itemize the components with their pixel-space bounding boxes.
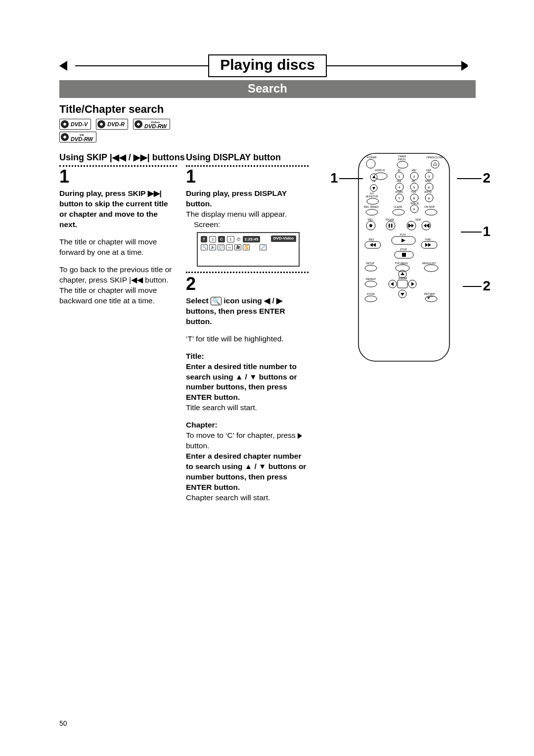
svg-text:REV: REV [369,238,374,241]
disc-icon [61,133,69,141]
col-display-method: Using DISPLAY button 1 During play, pres… [186,151,309,510]
osd-dvd-video-tag: DVD-Video [271,236,296,242]
osd-icon: 🎥 [234,244,241,250]
col-remote-diagram: 1 2 1 2 .lbl { font: 5.2px Arial; } .lbl… [317,151,476,510]
svg-text:DEF: DEF [426,169,431,172]
step1-text-a: The title or chapter will move forward b… [59,237,177,258]
svg-text:7: 7 [399,197,400,200]
remote-control-diagram: .lbl { font: 5.2px Arial; } .lblb { font… [347,151,461,364]
svg-text:SKIP: SKIP [415,218,421,221]
section-heading: Title/Chapter search [59,103,476,116]
svg-text:8: 8 [413,197,415,200]
page-number: 50 [59,719,67,727]
osd-icon: ㏄ [226,244,233,250]
svg-text:1: 1 [399,175,400,178]
step1-instruction: During play, press SKIP ▶▶| button to sk… [59,189,168,229]
banner-arrow-right [461,61,476,71]
section-title-bar: Search [59,80,476,98]
svg-text:DISPLAY: DISPLAY [375,169,386,172]
osd-screen-preview: DVD-Video T 1 C 1 ⏱ 1:23:45 🔍 🔊 💬 ㏄ 🎥 🔁 … [197,232,300,267]
svg-rect-84 [402,253,406,257]
right-arrow-icon [298,433,302,439]
osd-icon: 🔊 [209,244,216,250]
skip-prev-icon: |◀◀ [110,152,129,162]
osd-icon: 💬 [218,244,224,250]
svg-text:SPACE: SPACE [410,202,419,205]
chapter-instruction: Enter a desired chapter number to search… [186,452,306,491]
step-number: 1 [59,168,177,186]
chapter-title-banner: Playing discs [59,54,476,77]
svg-text:9: 9 [428,197,430,200]
s1-text: The display menu will appear. [186,209,309,220]
s1-instruction: During play, press DISPLAY button. [186,189,287,208]
svg-text:RETURN: RETURN [424,292,435,295]
step-number: 1 [186,168,309,186]
callout-1-right: 1 [483,225,490,238]
svg-text:ENTER: ENTER [399,277,407,280]
svg-text:FWD: FWD [425,238,431,241]
disc-type-badges-row2: VRDVD-RW [59,132,476,142]
svg-text:REC SPEED: REC SPEED [364,205,379,208]
svg-text:POWER: POWER [367,156,377,159]
method-title-display: Using DISPLAY button [186,151,309,167]
svg-rect-70 [429,224,430,228]
step-number: 2 [186,275,309,293]
osd-icon: 🔁 [243,244,250,250]
svg-text:REPEAT: REPEAT [366,278,376,281]
osd-t-label: T [201,236,207,242]
callout-2-bottom-right: 2 [483,279,490,293]
svg-rect-61 [391,224,393,228]
s2-text: ‘T’ for title will be highlighted. [186,334,309,344]
disc-icon [61,120,69,128]
osd-c-value: 1 [227,236,234,242]
svg-text:0: 0 [413,208,415,211]
svg-text:@!:: @!: [398,169,401,172]
osd-icon: 🔍 [201,244,208,250]
callout-1-left: 1 [330,171,338,185]
svg-text:MONITOR: MONITOR [366,195,378,198]
badge-dvd-rw-video: VideoDVD-RW [133,119,170,130]
title-instruction: Enter a desired title number to search u… [186,362,297,402]
svg-text:MENU/LIST: MENU/LIST [422,262,437,265]
svg-text:ZOOM: ZOOM [367,292,375,295]
badge-dvd-v: DVD-V [59,119,91,130]
title-label: Title: [186,352,204,360]
osd-t-value: 1 [209,236,216,242]
svg-text:CLEAR: CLEAR [394,205,402,208]
svg-rect-66 [408,224,409,228]
banner-arrow-left [59,61,74,71]
svg-text:REC: REC [368,218,373,221]
title-result: Title search will start. [186,403,309,413]
disc-icon [134,120,142,128]
svg-text:SETUP: SETUP [366,262,375,265]
step1-text-b: To go back to the previous title or chap… [59,265,177,306]
method-title-skip: Using SKIP |◀◀ / ▶▶| buttons [59,151,177,167]
chapter-title: Playing discs [208,54,327,77]
svg-text:PLAY: PLAY [400,233,406,236]
osd-icon: 🔎 [260,244,267,250]
osd-c-label: C [218,236,225,242]
dotted-separator [186,272,309,273]
osd-time: 1:23:45 [243,236,261,242]
disc-type-badges-row1: DVD-V DVD-R VideoDVD-RW [59,119,476,130]
s2-bold-a: Select [186,296,211,305]
svg-text:3: 3 [428,175,430,178]
svg-point-57 [369,224,372,227]
svg-text:PAUSE: PAUSE [386,218,395,221]
svg-text:PROG.: PROG. [398,158,406,161]
banner-rule-left [74,65,208,66]
svg-text:6: 6 [428,186,430,189]
callout-2-top-right: 2 [483,171,490,185]
svg-text:5: 5 [413,186,415,189]
svg-text:STOP: STOP [400,248,407,251]
svg-rect-60 [389,224,390,228]
clock-icon: ⏱ [236,236,241,242]
svg-rect-0 [358,153,449,361]
svg-text:CM SKIP: CM SKIP [424,205,435,208]
svg-text:TOP MENU: TOP MENU [395,262,408,265]
badge-dvd-rw-vr: VRDVD-RW [59,132,96,142]
svg-text:ABC: ABC [411,169,417,172]
svg-text:OPEN/CLOSE: OPEN/CLOSE [426,156,443,159]
svg-text:4: 4 [399,186,400,189]
chapter-result: Chapter search will start. [186,493,309,503]
